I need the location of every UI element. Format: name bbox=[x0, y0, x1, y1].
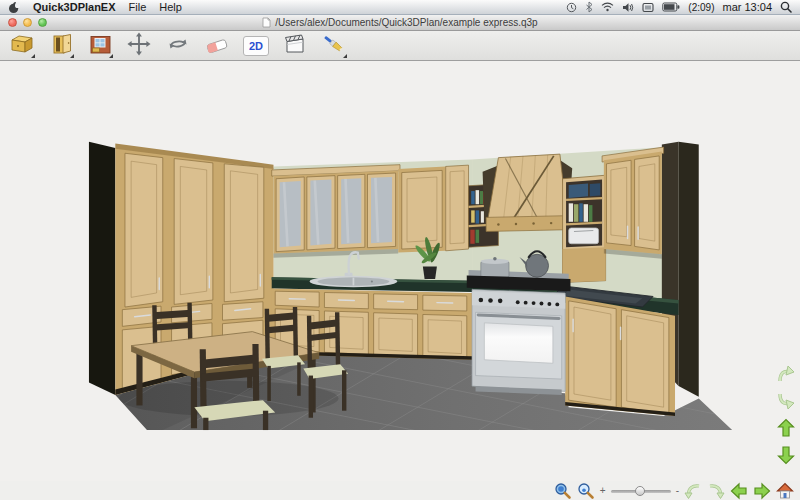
toolbar: 2D bbox=[0, 31, 800, 61]
zoom-select-button[interactable] bbox=[554, 482, 572, 500]
left-wall bbox=[89, 142, 115, 395]
app-menu[interactable]: Quick3DPlanEX bbox=[33, 1, 116, 13]
2d-label: 2D bbox=[243, 36, 269, 56]
move-up-button[interactable] bbox=[775, 417, 797, 439]
move-button[interactable] bbox=[125, 33, 153, 59]
add-window-button[interactable] bbox=[86, 33, 114, 59]
clock-icon[interactable] bbox=[566, 2, 577, 13]
wall-cabinets-glass[interactable] bbox=[272, 165, 400, 258]
rotate-icon bbox=[166, 34, 190, 58]
eraser-icon bbox=[204, 34, 230, 58]
display-icon[interactable] bbox=[642, 2, 654, 13]
3d-viewport[interactable] bbox=[0, 61, 800, 481]
walk-left-button[interactable] bbox=[730, 482, 748, 500]
move-down-button[interactable] bbox=[775, 444, 797, 466]
turn-right-button[interactable] bbox=[707, 482, 725, 500]
minimize-button[interactable] bbox=[23, 18, 32, 27]
paint-material-button[interactable] bbox=[320, 33, 348, 59]
zoom-slider-thumb[interactable] bbox=[635, 486, 645, 496]
status-bar: + - bbox=[0, 481, 800, 500]
window-title: /Users/alex/Documents/Quick3DPlan/exampl… bbox=[275, 17, 537, 28]
walk-right-button[interactable] bbox=[753, 482, 771, 500]
menu-bar: Quick3DPlanEX File Help (2:09) bbox=[0, 0, 800, 15]
battery-time: (2:09) bbox=[688, 2, 714, 13]
look-down-button[interactable] bbox=[775, 390, 797, 412]
open-shelf-right[interactable] bbox=[563, 175, 606, 282]
2d-view-button[interactable]: 2D bbox=[242, 33, 270, 59]
clapperboard-icon bbox=[283, 33, 307, 59]
menu-clock[interactable]: mar 13:04 bbox=[722, 1, 772, 13]
menu-file[interactable]: File bbox=[129, 1, 147, 13]
right-wall bbox=[679, 142, 699, 397]
erase-button[interactable] bbox=[203, 33, 231, 59]
dropdown-arrow-icon bbox=[109, 54, 113, 58]
menu-help[interactable]: Help bbox=[159, 1, 182, 13]
zoom-slider[interactable] bbox=[611, 485, 671, 497]
kitchen-render bbox=[0, 61, 800, 481]
move-cross-icon bbox=[127, 32, 151, 60]
zoom-window-button[interactable] bbox=[577, 482, 595, 500]
add-door-button[interactable] bbox=[47, 33, 75, 59]
zoom-in-label: + bbox=[600, 486, 606, 496]
apple-menu-icon[interactable] bbox=[8, 1, 20, 14]
turn-left-button[interactable] bbox=[684, 482, 702, 500]
window-title-bar[interactable]: /Users/alex/Documents/Quick3DPlan/exampl… bbox=[0, 15, 800, 31]
render-movie-button[interactable] bbox=[281, 33, 309, 59]
close-button[interactable] bbox=[8, 18, 17, 27]
side-navigation bbox=[775, 363, 797, 466]
zoom-button[interactable] bbox=[38, 18, 47, 27]
home-view-button[interactable] bbox=[776, 482, 794, 500]
zoom-out-label: - bbox=[676, 486, 679, 496]
corner-cabinet[interactable] bbox=[398, 165, 468, 252]
dropdown-arrow-icon bbox=[31, 54, 35, 58]
add-furniture-button[interactable] bbox=[8, 33, 36, 59]
dropdown-arrow-icon bbox=[343, 54, 347, 58]
bluetooth-icon[interactable] bbox=[585, 1, 593, 13]
wifi-icon[interactable] bbox=[601, 2, 614, 12]
battery-icon[interactable] bbox=[662, 2, 680, 12]
rotate-button[interactable] bbox=[164, 33, 192, 59]
dropdown-arrow-icon bbox=[70, 54, 74, 58]
spotlight-icon[interactable] bbox=[780, 1, 792, 13]
screen: Quick3DPlanEX File Help (2:09) bbox=[0, 0, 800, 500]
wall-cabinets-right[interactable] bbox=[602, 147, 664, 259]
look-up-button[interactable] bbox=[775, 363, 797, 385]
volume-icon[interactable] bbox=[622, 2, 634, 13]
document-proxy-icon[interactable] bbox=[262, 17, 271, 28]
